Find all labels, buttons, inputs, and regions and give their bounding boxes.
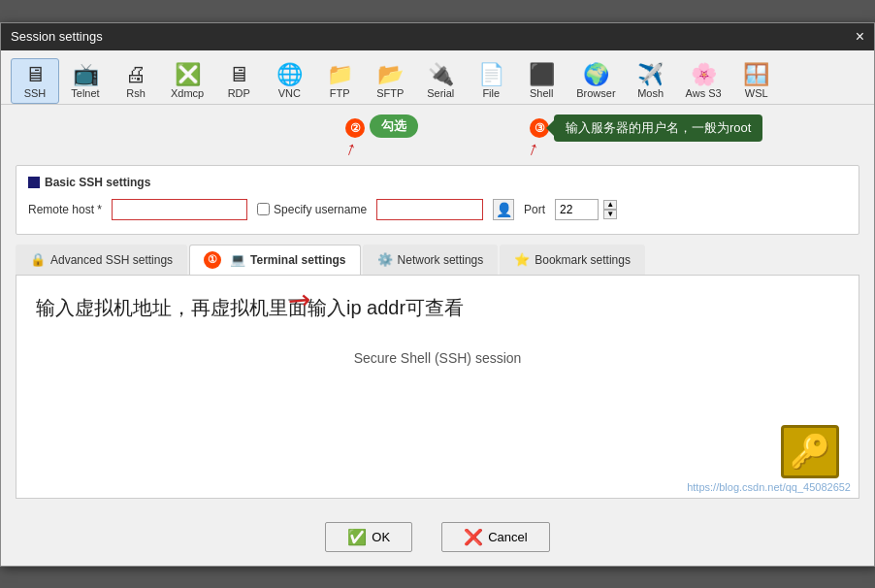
- arrow-to-username: ↓: [524, 138, 540, 162]
- vnc-label: VNC: [278, 87, 301, 99]
- tab-content-area: ↙ 输入虚拟机地址，再虚拟机里面输入ip addr可查看 Secure Shel…: [16, 276, 859, 499]
- specify-username-text: Specify username: [274, 203, 367, 216]
- port-up-button[interactable]: ▲: [603, 200, 617, 210]
- toolbar-btn-vnc[interactable]: 🌐 VNC: [265, 58, 313, 104]
- tab-network-label: Network settings: [398, 253, 484, 267]
- arrow-to-checkbox: ↓: [341, 138, 358, 162]
- bottom-bar: ✅ OK ❌ Cancel: [1, 510, 874, 566]
- port-group: ▲ ▼: [555, 199, 617, 220]
- toolbar-btn-sftp[interactable]: 📂 SFTP: [366, 58, 414, 104]
- toolbar-btn-browser[interactable]: 🌍 Browser: [567, 58, 624, 104]
- toolbar-btn-ssh[interactable]: 🖥 SSH: [11, 58, 59, 104]
- tab-advanced-ssh[interactable]: 🔒 Advanced SSH settings: [16, 245, 187, 275]
- basic-ssh-title: Basic SSH settings: [28, 176, 847, 189]
- ssh-icon: 🖥: [24, 64, 46, 85]
- content-area: ② 勾选 ↓ ③ 输入服务器的用户名，一般为root ↓ Basic SSH s…: [1, 105, 874, 510]
- xdmcp-icon: ❎: [175, 64, 201, 85]
- port-label: Port: [524, 203, 545, 216]
- cancel-button[interactable]: ❌ Cancel: [441, 522, 549, 552]
- annotation-bubble-check: 勾选: [370, 114, 418, 138]
- serial-icon: 🔌: [428, 64, 454, 85]
- toolbar-btn-rdp[interactable]: 🖥 RDP: [214, 58, 263, 104]
- tab-bookmark-label: Bookmark settings: [535, 253, 631, 267]
- specify-username-checkbox-label[interactable]: Specify username: [257, 203, 367, 216]
- username-input[interactable]: [376, 199, 483, 220]
- port-input[interactable]: [555, 199, 599, 220]
- serial-label: Serial: [427, 87, 454, 99]
- toolbar-btn-ftp[interactable]: 📁 FTP: [315, 58, 364, 104]
- network-icon: ⚙️: [377, 252, 393, 267]
- specify-username-checkbox[interactable]: [257, 203, 270, 215]
- telnet-icon: 📺: [73, 64, 99, 85]
- ftp-icon: 📁: [327, 64, 353, 85]
- ssh-label: SSH: [24, 87, 47, 99]
- toolbar-btn-shell[interactable]: ⬛ Shell: [517, 58, 566, 104]
- advanced-ssh-icon: 🔒: [30, 252, 46, 267]
- tab-section: 🔒 Advanced SSH settings ① 💻 Terminal set…: [16, 245, 859, 499]
- ftp-label: FTP: [330, 87, 350, 99]
- tab-bookmark[interactable]: ⭐ Bookmark settings: [500, 245, 645, 275]
- port-spinner: ▲ ▼: [603, 200, 617, 219]
- telnet-label: Telnet: [71, 87, 99, 99]
- browser-label: Browser: [576, 87, 615, 99]
- rdp-label: RDP: [228, 87, 250, 99]
- awss3-label: Aws S3: [686, 87, 722, 99]
- cancel-icon: ❌: [464, 528, 483, 546]
- ok-label: OK: [372, 530, 390, 544]
- port-down-button[interactable]: ▼: [603, 210, 617, 219]
- mosh-label: Mosh: [637, 87, 664, 99]
- tab-network[interactable]: ⚙️ Network settings: [363, 245, 499, 275]
- rdp-icon: 🖥: [228, 64, 249, 85]
- sftp-icon: 📂: [377, 64, 404, 85]
- vnc-icon: 🌐: [276, 64, 303, 85]
- file-label: File: [482, 87, 500, 99]
- session-label-text: Secure Shell (SSH) session: [36, 350, 839, 366]
- section-title-text: Basic SSH settings: [45, 176, 150, 189]
- toolbar-btn-serial[interactable]: 🔌 Serial: [416, 58, 465, 104]
- user-icon-button[interactable]: 👤: [493, 199, 514, 220]
- watermark: https://blog.csdn.net/qq_45082652: [687, 481, 851, 493]
- toolbar-btn-mosh[interactable]: ✈️ Mosh: [627, 58, 675, 104]
- title-bar: Session settings ×: [1, 23, 874, 50]
- toolbar-btn-file[interactable]: 📄 File: [467, 58, 515, 104]
- window-title: Session settings: [11, 29, 103, 44]
- shell-label: Shell: [530, 87, 553, 99]
- toolbar-btn-telnet[interactable]: 📺 Telnet: [61, 58, 110, 104]
- annotation-number-2: ②: [345, 118, 365, 138]
- ok-icon: ✅: [347, 528, 367, 546]
- tab-terminal[interactable]: ① 💻 Terminal settings: [189, 245, 360, 275]
- basic-ssh-section: Basic SSH settings Remote host * Specify…: [16, 165, 859, 235]
- main-annotation-text: 输入虚拟机地址，再虚拟机里面输入ip addr可查看: [36, 295, 839, 321]
- rsh-label: Rsh: [126, 87, 146, 99]
- key-icon: 🔑: [790, 432, 830, 471]
- key-icon-box: 🔑: [781, 425, 839, 478]
- toolbar: 🖥 SSH 📺 Telnet 🖨 Rsh ❎ Xdmcp 🖥 RDP 🌐 VNC…: [1, 50, 874, 105]
- shell-icon: ⬛: [529, 64, 555, 85]
- close-button[interactable]: ×: [856, 29, 864, 45]
- remote-host-label: Remote host *: [28, 203, 102, 216]
- wsl-label: WSL: [745, 87, 768, 99]
- awss3-icon: 🌸: [691, 64, 717, 85]
- ok-button[interactable]: ✅ OK: [325, 522, 412, 552]
- tab-advanced-ssh-label: Advanced SSH settings: [50, 253, 173, 267]
- toolbar-btn-xdmcp[interactable]: ❎ Xdmcp: [162, 58, 212, 104]
- toolbar-btn-rsh[interactable]: 🖨 Rsh: [112, 58, 160, 104]
- tabs-bar: 🔒 Advanced SSH settings ① 💻 Terminal set…: [16, 245, 859, 276]
- terminal-icon: 💻: [230, 252, 245, 267]
- browser-icon: 🌍: [583, 64, 609, 85]
- annotation-num-terminal: ①: [204, 251, 221, 269]
- cancel-label: Cancel: [488, 530, 527, 544]
- section-icon: [28, 177, 40, 188]
- toolbar-btn-wsl[interactable]: 🪟 WSL: [732, 58, 781, 104]
- tab-terminal-label: Terminal settings: [250, 253, 345, 267]
- callout-username: 输入服务器的用户名，一般为root: [554, 114, 762, 142]
- sftp-label: SFTP: [376, 87, 404, 99]
- rsh-icon: 🖨: [125, 64, 146, 85]
- xdmcp-label: Xdmcp: [171, 87, 204, 99]
- toolbar-btn-awss3[interactable]: 🌸 Aws S3: [677, 58, 730, 104]
- mosh-icon: ✈️: [637, 64, 664, 85]
- session-settings-window: Session settings × 🖥 SSH 📺 Telnet 🖨 Rsh …: [0, 22, 875, 567]
- bookmark-icon: ⭐: [514, 252, 530, 267]
- wsl-icon: 🪟: [743, 64, 769, 85]
- remote-host-input[interactable]: [112, 199, 247, 220]
